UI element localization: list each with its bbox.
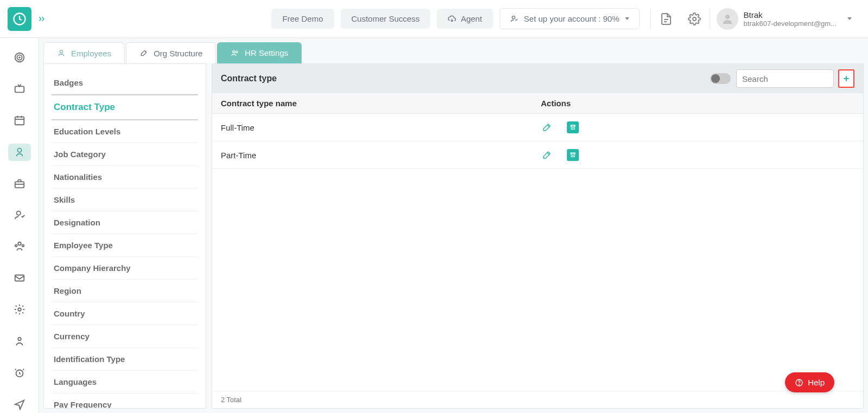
cell-name: Part-Time	[221, 151, 541, 160]
tab-employees[interactable]: Employees	[43, 42, 125, 63]
rail-hr-icon[interactable]	[8, 144, 31, 161]
detail-panel: Contract type Contract type name Actions…	[212, 63, 864, 409]
rail-calendar-icon[interactable]	[8, 112, 31, 129]
svg-rect-21	[15, 275, 24, 281]
svg-point-18	[18, 242, 21, 246]
left-rail	[0, 38, 39, 413]
table-row: Full-Time	[212, 114, 863, 141]
settings-item-job-category[interactable]: Job Category	[52, 143, 198, 166]
toggle-knob	[711, 74, 720, 83]
settings-item-currency[interactable]: Currency	[52, 325, 198, 348]
user-email: btrak607-development@gm...	[744, 20, 837, 28]
settings-item-contract-type[interactable]: Contract Type	[52, 94, 198, 120]
detail-title: Contract type	[221, 74, 277, 83]
svg-point-17	[16, 211, 20, 215]
expand-sidebar-icon[interactable]	[37, 14, 47, 24]
help-button[interactable]: Help	[785, 372, 834, 392]
settings-item-company-hierarchy[interactable]: Company Hierarchy	[52, 257, 198, 280]
plus-icon	[842, 74, 851, 83]
rail-user-check-icon[interactable]	[8, 206, 31, 224]
rail-profile-icon[interactable]	[8, 333, 31, 350]
free-demo-button[interactable]: Free Demo	[271, 9, 334, 29]
svg-rect-31	[571, 153, 575, 154]
svg-point-14	[17, 148, 21, 152]
rail-mail-icon[interactable]	[8, 269, 31, 287]
rail-alarm-icon[interactable]	[8, 364, 31, 382]
settings-item-identification-type[interactable]: Identification Type	[52, 348, 198, 371]
settings-gear-icon[interactable]	[688, 12, 701, 25]
svg-point-4	[693, 17, 696, 21]
settings-item-skills[interactable]: Skills	[52, 189, 198, 211]
tab-employees-label: Employees	[71, 49, 111, 58]
settings-item-employee-type[interactable]: Employee Type	[52, 234, 198, 257]
svg-point-1	[512, 16, 515, 18]
cell-name: Full-Time	[221, 123, 541, 132]
divider	[650, 9, 651, 29]
col-actions-header: Actions	[541, 99, 854, 108]
setup-account-button[interactable]: Set up your account : 90%	[500, 8, 640, 29]
user-check-icon	[510, 15, 519, 23]
avatar[interactable]	[717, 8, 738, 30]
cloud-download-icon	[448, 15, 456, 23]
settings-item-region[interactable]: Region	[52, 280, 198, 302]
settings-item-nationalities[interactable]: Nationalities	[52, 166, 198, 189]
edit-icon[interactable]	[541, 149, 553, 161]
edit-icon[interactable]	[541, 121, 553, 133]
table-rows: Full-Time Part-Time	[212, 114, 863, 391]
settings-item-languages[interactable]: Languages	[52, 371, 198, 393]
help-label: Help	[808, 378, 825, 387]
tabs: Employees Org Structure HR Settings	[39, 38, 868, 63]
customer-success-button[interactable]: Customer Success	[341, 9, 431, 29]
divider	[710, 9, 710, 29]
svg-point-22	[18, 308, 21, 312]
archive-icon[interactable]	[567, 121, 579, 133]
user-name: Btrak	[744, 10, 837, 20]
topbar: Free Demo Customer Success Agent Set up …	[0, 0, 868, 38]
svg-rect-15	[15, 182, 24, 188]
add-button[interactable]	[838, 69, 854, 88]
settings-item-badges[interactable]: Badges	[52, 72, 198, 94]
svg-point-20	[22, 244, 24, 247]
svg-point-8	[19, 57, 20, 58]
svg-rect-10	[15, 117, 24, 125]
people-icon	[231, 49, 239, 57]
svg-rect-30	[571, 125, 575, 126]
rail-tv-icon[interactable]	[8, 80, 31, 98]
svg-point-26	[233, 50, 235, 53]
tools-icon	[139, 49, 148, 57]
svg-point-19	[15, 244, 17, 247]
svg-point-33	[799, 384, 800, 384]
document-icon[interactable]	[660, 12, 673, 25]
archive-icon[interactable]	[567, 149, 579, 161]
svg-point-27	[236, 51, 238, 53]
rail-dashboard-icon[interactable]	[8, 49, 31, 66]
logo[interactable]	[8, 7, 31, 31]
settings-sidebar: BadgesContract TypeEducation LevelsJob C…	[43, 63, 206, 409]
agent-button[interactable]: Agent	[437, 9, 493, 29]
rail-gear-icon[interactable]	[8, 301, 31, 318]
table-header: Contract type name Actions	[212, 93, 863, 114]
settings-item-education-levels[interactable]: Education Levels	[52, 120, 198, 143]
svg-rect-9	[15, 87, 24, 93]
tab-hr-settings[interactable]: HR Settings	[217, 42, 302, 63]
rail-team-icon[interactable]	[8, 238, 31, 255]
tab-org-structure-label: Org Structure	[154, 49, 202, 58]
user-block[interactable]: Btrak btrak607-development@gm...	[744, 10, 837, 28]
tab-org-structure[interactable]: Org Structure	[126, 42, 216, 63]
setup-text: Set up your account : 90%	[524, 14, 620, 23]
user-icon	[57, 49, 66, 57]
col-name-header: Contract type name	[221, 99, 541, 108]
search-input[interactable]	[736, 69, 834, 88]
settings-item-pay-frequency[interactable]: Pay Frequency	[52, 393, 198, 409]
archived-toggle[interactable]	[710, 73, 731, 84]
rail-location-icon[interactable]	[8, 396, 31, 413]
svg-point-23	[18, 337, 21, 340]
user-caret-icon[interactable]	[847, 17, 852, 20]
rail-briefcase-icon[interactable]	[8, 175, 31, 192]
caret-down-icon	[625, 17, 629, 20]
settings-item-designation[interactable]: Designation	[52, 211, 198, 234]
settings-item-country[interactable]: Country	[52, 302, 198, 325]
table-row: Part-Time	[212, 141, 863, 169]
agent-label: Agent	[461, 14, 482, 23]
tab-hr-settings-label: HR Settings	[245, 48, 288, 57]
